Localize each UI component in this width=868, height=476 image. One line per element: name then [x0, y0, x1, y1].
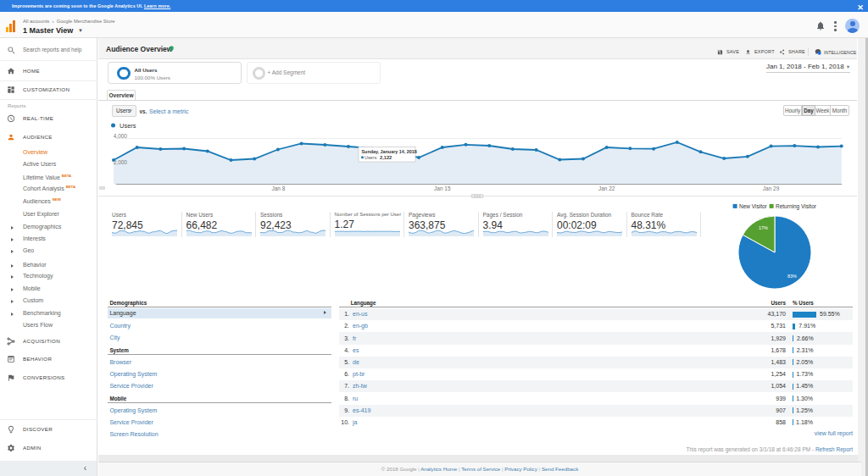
- svg-text:Users: Users: [120, 122, 136, 130]
- svg-text:Jan 22: Jan 22: [598, 185, 615, 191]
- svg-text:2,000: 2,000: [114, 159, 128, 165]
- svg-text:Jan 8: Jan 8: [271, 185, 285, 191]
- svg-text:4,000: 4,000: [114, 133, 128, 139]
- svg-text:New Visitor: New Visitor: [739, 203, 768, 209]
- svg-text:Users:: Users:: [364, 155, 378, 160]
- svg-text:2,122: 2,122: [380, 155, 392, 160]
- svg-text:17%: 17%: [759, 225, 768, 230]
- svg-text:Jan 29: Jan 29: [763, 185, 780, 191]
- svg-text:Sunday, January 14, 2018: Sunday, January 14, 2018: [362, 149, 417, 154]
- svg-text:Returning Visitor: Returning Visitor: [776, 203, 817, 210]
- svg-text:83%: 83%: [787, 274, 797, 279]
- svg-text:Jan 15: Jan 15: [434, 185, 451, 191]
